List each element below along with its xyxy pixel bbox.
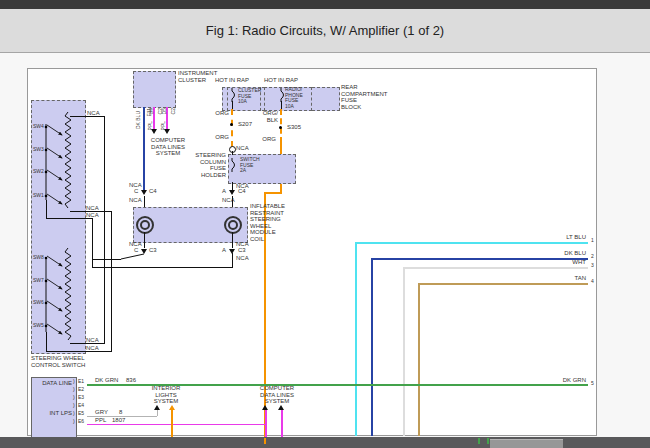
wire-org-cluster-fuse: [231, 109, 233, 147]
pin-bracket: ): [73, 387, 75, 393]
splice-s207-label: S207: [238, 121, 252, 128]
splice-s305-dot: [279, 126, 282, 129]
wire-color-label-tan: TAN: [563, 275, 586, 282]
radio-phone-fuse-label: RADIO/ PHONE FUSE 10A: [285, 87, 303, 109]
wire-sw-bus-2: [111, 211, 112, 352]
wire-dk-blu-cluster: [143, 107, 145, 191]
wire-org-jog: [264, 192, 282, 194]
strip-tick-grn: [478, 438, 480, 444]
wire-c3-right-stub: [232, 241, 233, 248]
wire-fuse-stub-right: [281, 101, 282, 109]
fuse-icon: [227, 88, 237, 102]
wire-sw-conn-1: [46, 200, 47, 218]
sw5-label: SW5: [33, 323, 44, 329]
wire-color-label-org: ORG: [212, 110, 229, 117]
computer-data-lines-label-top: COMPUTER DATA LINES SYSTEM: [146, 137, 190, 157]
wire-sw-conn-2: [46, 332, 47, 351]
circuit-836-label: 836: [126, 377, 136, 384]
wire-color-label-org: ORG: [258, 136, 276, 143]
wire-ppl-bottom: [87, 424, 266, 425]
connector-triangle-icon: [229, 190, 235, 195]
sw1-label: SW1: [33, 193, 44, 199]
connector-triangle-icon: [141, 190, 147, 195]
pin-e1-label: E1: [78, 379, 84, 385]
exit-number-1: 1: [591, 238, 594, 244]
coil-icon: [224, 216, 242, 234]
wire-holder-top-stub: [232, 151, 233, 155]
wire-junction-h1: [92, 259, 121, 260]
fuse-icon: [227, 158, 237, 172]
wire-color-label-wht: WHT: [563, 259, 586, 266]
wire-color-label-ppl: PPL: [95, 417, 106, 424]
wire-dk-blu-h: [371, 258, 588, 260]
inflatable-coil-label: INFLATABLE RESTRAINT STEERING WHEEL MODU…: [250, 203, 285, 242]
pin-e4-label: E4: [78, 403, 84, 409]
wire-c3-left-stub: [144, 241, 145, 248]
sw8-label: SW8: [33, 255, 44, 261]
sw2-label: SW2: [33, 169, 44, 175]
nca-label: NCA: [86, 205, 99, 212]
wire-color-label-dk-blu: DK BLU: [135, 111, 141, 129]
strip-tick-grn: [487, 438, 489, 444]
hot-in-rap-label-1: HOT IN RAP: [208, 77, 256, 84]
wire-color-label-org: ORG: [212, 134, 229, 141]
switch-fuse-label: SWITCH FUSE 2A: [240, 157, 260, 174]
wire-color-label-ppl: PPL: [147, 121, 153, 130]
pin-c-label: C: [134, 188, 138, 195]
pin-label-d5: D5: [161, 108, 167, 114]
pin-label-b9: B9: [148, 108, 154, 114]
wire-color-label-org-blk: ORG/ BLK: [252, 110, 278, 123]
computer-data-lines-label-bottom: COMPUTER DATA LINES SYSTEM: [254, 385, 300, 405]
wire-junction-h2: [92, 267, 232, 268]
wire-color-label-lt-blu: LT BLU: [558, 234, 586, 241]
wire-wht-h: [403, 267, 588, 269]
int-lps-label: INT LPS: [36, 410, 72, 417]
nca-label: NCA: [86, 337, 99, 344]
circuit-1807-label: 1807: [112, 417, 125, 424]
diagram-viewer: Fig 1: Radio Circuits, W/ Amplifier (1 o…: [0, 0, 650, 448]
steering-wheel-control-switch-label: STEERING WHEEL CONTROL SWITCH: [31, 355, 85, 368]
conn-label-c2: C2: [170, 108, 176, 114]
wire-sw-exit-bot2: [46, 351, 111, 352]
wire-coil-right-lower: [232, 232, 233, 241]
wire-junction-v: [92, 218, 93, 267]
conn-c4-label: C4: [149, 188, 157, 195]
pin-e5-label: E5: [78, 411, 84, 417]
nca-label: NCA: [236, 255, 249, 262]
conn-c3-label: C3: [238, 247, 246, 254]
figure-title-bar: Fig 1: Radio Circuits, W/ Amplifier (1 o…: [0, 9, 650, 53]
pin-a-label: A: [222, 188, 226, 195]
wire-wht-v: [403, 267, 405, 436]
wire-fuse-stub-left: [232, 101, 233, 109]
pin-e3-label: E3: [78, 395, 84, 401]
pin-a-label: A: [222, 247, 226, 254]
wire-dk-blu-v: [371, 258, 373, 436]
coil-icon: [136, 216, 154, 234]
window-top-strip: [0, 0, 650, 9]
wire-lt-blu-v: [355, 242, 357, 436]
exit-number-5: 5: [591, 381, 594, 387]
pin-e6-label: E6: [78, 419, 84, 425]
fuse-icon: [276, 88, 286, 102]
wire-c3-right-down: [232, 253, 233, 268]
wire-coil-left-lower: [144, 232, 145, 241]
bottom-strip-panel: [490, 439, 563, 448]
arrow-up-icon: [154, 405, 160, 410]
sw7-label: SW7: [33, 278, 44, 284]
pin-bracket: ): [73, 403, 75, 409]
instrument-cluster-box: [133, 71, 176, 108]
nca-label: NCA: [87, 110, 100, 117]
figure-title: Fig 1: Radio Circuits, W/ Amplifier (1 o…: [0, 9, 650, 52]
wire-holder-bottom-stub: [232, 182, 233, 190]
resistor-ladder-2: [38, 246, 74, 346]
splice-s207-dot: [230, 123, 233, 126]
exit-number-4: 4: [591, 279, 594, 285]
pin-e2-label: E2: [78, 387, 84, 393]
sw4-label: SW4: [33, 124, 44, 130]
sw6-label: SW6: [33, 300, 44, 306]
steering-column-fuse-holder-box: [228, 154, 296, 184]
wire-ppl-data-2: [281, 410, 283, 437]
strip-tick-org: [264, 438, 266, 444]
wire-color-label-dk-grn: DK GRN: [552, 377, 586, 384]
hot-in-rap-label-2: HOT IN RAP: [257, 77, 305, 84]
